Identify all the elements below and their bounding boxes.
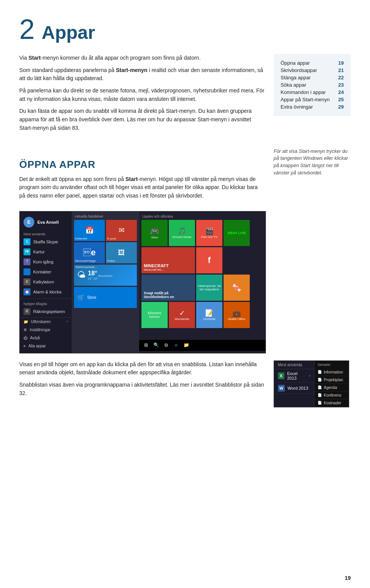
get-started-icon: ?: [24, 258, 30, 265]
sidebar-item-kontakter[interactable]: 👤 Kontakter: [20, 267, 72, 277]
tile-nyheter[interactable]: Ekonomi Nyheter: [141, 302, 168, 328]
start-bottom: 📁 Utforskaren › ⚙ Inställningar ⏻ Av/på …: [20, 317, 72, 350]
tile-onenote[interactable]: 📝 OneNote: [196, 302, 222, 328]
task-view[interactable]: ⧉: [162, 341, 170, 349]
tile-row-1: 📅 Kalender ✉ E-post: [72, 220, 139, 242]
tile-weather[interactable]: 🌤 18° 21° 14° Stockholm Telefonassiste..…: [74, 265, 137, 286]
tile-xbox-live[interactable]: XBOX LIVE: [224, 220, 250, 246]
snabblista-screenshot: Mest använda X Excel 2013 › W Word 2013: [274, 360, 349, 407]
all-apps-icon: ≡: [24, 344, 26, 348]
start-button[interactable]: ⊞: [142, 341, 150, 349]
tile-groove[interactable]: 🎵 Groove Musik: [169, 220, 195, 246]
sidebar-item-kom-igang[interactable]: ? Kom igång: [20, 257, 72, 267]
edge-taskbar[interactable]: e: [172, 341, 180, 349]
tile-candy[interactable]: 🍬: [224, 275, 250, 301]
snabb-projekt[interactable]: 📄 Projektplan: [314, 376, 349, 384]
page: 2 Appar Via Start-menyn kommer du åt all…: [0, 0, 370, 588]
tile-vader[interactable]: Väderspecial: Så blir helgvädret: [196, 275, 222, 301]
toc-item-6: Appar på Start-menyn 25: [281, 96, 344, 103]
doc-icon-agenda: 📄: [318, 385, 322, 389]
skype-icon: S: [24, 238, 30, 245]
sidebar-item-skype[interactable]: S Skaffa Skype: [20, 237, 72, 247]
snabb-side-panel: Senaste 📄 Information 📄 Projektplan 📄 Ag…: [314, 361, 349, 407]
calculator-icon: #: [24, 278, 30, 285]
intro-para3: På panelerna kan du direkt se de senaste…: [19, 87, 264, 103]
right-col-header: Upplev och utforska: [139, 214, 266, 220]
doc-icon-konferens: 📄: [318, 393, 322, 397]
start-sidebar: E Eva Ansell Mest använda S Skaffa Skype…: [20, 211, 72, 353]
folder-icon: 📁: [24, 320, 28, 324]
toc-item-7: Extra övningar 29: [281, 103, 344, 111]
tile-news-stockholm[interactable]: Svagt nedåt på Stockholmbors en: [141, 275, 195, 301]
snabb-kostnader[interactable]: 📄 Kostnader: [314, 399, 349, 407]
excel-icon: X: [278, 372, 284, 379]
search-taskbar[interactable]: 🔍: [152, 341, 160, 349]
snabb-word[interactable]: W Word 2013: [274, 383, 314, 394]
chapter-number: 2: [19, 15, 35, 43]
taskbar: ⊞ 🔍 ⧉ e 📁: [139, 339, 266, 351]
sidebar-item-rakning[interactable]: R Räkningspelaren: [20, 307, 72, 317]
snabb-info[interactable]: 📄 Information: [314, 369, 349, 376]
chapter-title: Appar: [42, 23, 95, 42]
middle-col-header: Aktuella händelser: [72, 214, 139, 220]
section-heading-oppna: ÖPPNA APPAR: [19, 159, 264, 171]
snabb-side-header: Senaste: [314, 361, 349, 369]
settings-icon: ⚙: [24, 328, 27, 332]
bottom-left: Visas en pil till höger om en app kan du…: [19, 360, 264, 407]
snabb-header: Mest använda: [274, 361, 314, 369]
tile-flipboard[interactable]: f: [196, 247, 222, 273]
tile-store[interactable]: 🛒 Store: [74, 287, 137, 308]
chapter-header: 2 Appar: [19, 15, 351, 43]
tile-calendar[interactable]: 📅 Kalender: [74, 220, 105, 241]
power-icon: ⏻: [24, 336, 27, 340]
sidebar-item-alarm[interactable]: ⏰ Alarm & klocka: [20, 287, 72, 297]
toc-item-1: Öppna appar 19: [281, 59, 344, 67]
bottom-alla-appar[interactable]: ≡ Alla appar: [20, 342, 72, 350]
toc-item-3: Stänga appar 22: [281, 74, 344, 81]
page-number: 19: [345, 575, 351, 581]
contacts-icon: 👤: [24, 268, 30, 275]
bottom-utforskaren[interactable]: 📁 Utforskaren ›: [20, 318, 72, 326]
snabb-konferens[interactable]: 📄 Konferens: [314, 392, 349, 399]
tile-minecraft[interactable]: MINECRAFT Minecraft WL...: [141, 247, 195, 273]
snabb-excel[interactable]: X Excel 2013 ›: [274, 369, 314, 383]
tile-email[interactable]: ✉ E-post: [106, 220, 137, 241]
toc-box-container: Öppna appar 19 Skrivbordsappar 21 Stänga…: [274, 54, 351, 136]
intro-para2: Som standard uppdateras panelerna på Sta…: [19, 66, 264, 83]
bottom-para2: Snabblistan visas även via programknappa…: [19, 381, 264, 397]
bottom-avpa[interactable]: ⏻ Av/på: [20, 334, 72, 342]
start-middle-col: Aktuella händelser 📅 Kalender ✉ E-post: [72, 211, 139, 353]
sidebar-item-kartur[interactable]: 🗺 Kartur: [20, 247, 72, 257]
toc-box: Öppna appar 19 Skrivbordsappar 21 Stänga…: [274, 54, 351, 116]
toc-item-4: Söka appar 23: [281, 81, 344, 89]
tile-edge[interactable]:  e Microsoft Edge: [74, 242, 105, 263]
rakning-icon: R: [24, 308, 30, 315]
explorer-taskbar[interactable]: 📁: [182, 341, 190, 349]
snabb-main-row: Mest använda X Excel 2013 › W Word 2013: [274, 361, 349, 407]
tile-wunderlist[interactable]: ✓ Wunderlist: [169, 302, 195, 328]
bottom-right: Mest använda X Excel 2013 › W Word 2013: [274, 360, 351, 407]
section-oppna: ÖPPNA APPAR Det är enkelt att öppna en a…: [19, 148, 351, 204]
bottom-para1: Visas en pil till höger om en app kan du…: [19, 360, 264, 377]
section-side-note: För att visa Start-menyn trycker du på t…: [274, 148, 351, 204]
tile-xbox[interactable]: 🎮 Xbox: [141, 220, 168, 246]
toc-item-5: Kommandon i appar 24: [281, 89, 344, 96]
bottom-installningar[interactable]: ⚙ Inställningar: [20, 326, 72, 334]
intro-para4: Du kan fästa de appar som du snabbt vill…: [19, 107, 264, 132]
sidebar-item-kalkyl[interactable]: # Kalkylatorn: [20, 277, 72, 287]
alarm-icon: ⏰: [24, 288, 30, 295]
tile-film[interactable]: 🎬 Film och TV: [196, 220, 222, 246]
windows-start-menu: E Eva Ansell Mest använda S Skaffa Skype…: [19, 211, 266, 353]
tile-row-edge:  e Microsoft Edge 🖼 Foton: [72, 242, 139, 265]
start-user: E Eva Ansell: [20, 214, 72, 231]
intro-para1: Via Start-menyn kommer du åt alla appar …: [19, 54, 264, 62]
tile-office[interactable]: 💼 Skaffa Office: [224, 302, 250, 328]
main-content: Via Start-menyn kommer du åt alla appar …: [19, 54, 351, 136]
sidebar-divider: [20, 298, 72, 299]
doc-icon-kostnader: 📄: [318, 401, 322, 405]
word-icon: W: [278, 385, 285, 392]
snabb-agenda[interactable]: 📄 Agenda: [314, 384, 349, 392]
doc-icon-projekt: 📄: [318, 378, 322, 382]
tile-photos[interactable]: 🖼 Foton: [106, 242, 137, 263]
avatar: E: [24, 217, 34, 228]
